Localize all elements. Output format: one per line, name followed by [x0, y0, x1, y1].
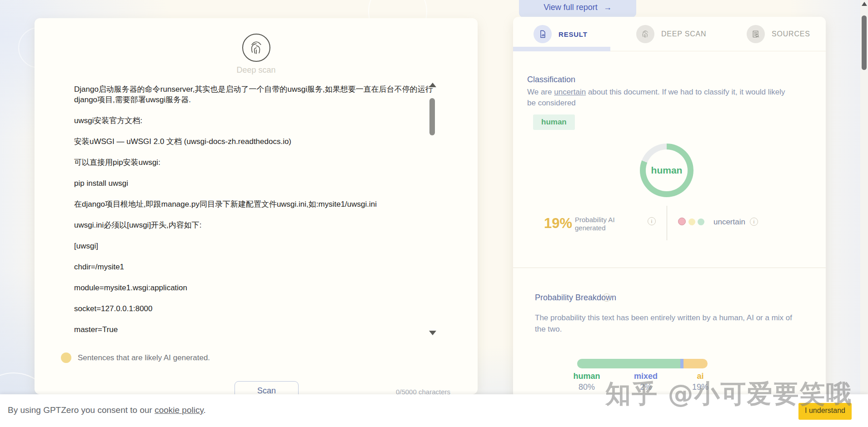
scroll-up-icon[interactable]	[862, 2, 867, 6]
confidence-dot-mixed	[688, 218, 695, 225]
document-search-icon	[747, 25, 765, 43]
classification-heading: Classification	[527, 75, 575, 84]
result-tab-bar: RESULT DEEP SCAN	[513, 17, 826, 51]
textarea-scrollbar-thumb[interactable]	[429, 98, 435, 135]
ai-sentence-legend: Sentences that are likely AI generated.	[61, 353, 210, 363]
character-counter: 0/5000 characters	[396, 388, 450, 394]
document-line: Django启动服务器的命令runserver,其实也是启动了一个自带的uwsg…	[74, 84, 438, 105]
classification-body: We are uncertain about this document. If…	[527, 87, 788, 109]
info-icon[interactable]: i	[648, 217, 656, 225]
uncertain-link: uncertain	[554, 88, 586, 96]
document-input-card: Deep scan Django启动服务器的命令runserver,其实也是启动…	[35, 18, 478, 394]
document-line: chdir=/mysite1	[74, 262, 438, 272]
view-full-report-label: View full report	[544, 3, 598, 12]
right-arrow-icon: →	[604, 3, 612, 12]
document-line: pip install uwsgi	[74, 178, 438, 189]
ai-sentence-legend-label: Sentences that are likely AI generated.	[78, 353, 210, 362]
view-full-report-button[interactable]: View full report →	[519, 0, 636, 17]
document-line: master=True	[74, 324, 438, 335]
cookie-banner-text: By using GPTZero you consent to our cook…	[8, 405, 206, 415]
donut-center-label: human	[651, 165, 683, 176]
info-icon[interactable]: i	[603, 293, 611, 302]
probability-breakdown-bar	[577, 359, 708, 368]
section-divider	[513, 268, 826, 268]
bar-segment-ai	[683, 359, 708, 368]
document-line: socket=127.0.0.1:8000	[74, 303, 438, 314]
confidence-dot-human	[698, 218, 704, 225]
scan-button[interactable]: Scan	[234, 381, 299, 394]
info-icon[interactable]: i	[750, 218, 758, 226]
cookie-accept-button[interactable]: I understand	[798, 403, 852, 420]
fingerprint-icon	[636, 25, 654, 43]
classification-badge: human	[533, 114, 575, 130]
page-scrollbar-thumb[interactable]	[862, 15, 867, 70]
document-line: uwsgi.ini必须以[uwsgi]开头,内容如下:	[74, 220, 438, 230]
document-line: 安装uWSGI — uWSGI 2.0 文档 (uwsgi-docs-zh.re…	[74, 136, 438, 147]
textarea-scroll-up-icon[interactable]	[429, 83, 436, 87]
vertical-divider	[667, 206, 667, 240]
tab-result-label: RESULT	[559, 30, 588, 38]
result-panel-card: RESULT DEEP SCAN	[513, 17, 826, 427]
cookie-policy-link[interactable]: cookie policy	[155, 405, 203, 415]
document-line: [uwsgi]	[74, 241, 438, 251]
probability-breakdown-description: The probability this text has been entir…	[535, 312, 798, 335]
tab-result[interactable]: RESULT	[534, 25, 588, 43]
textarea-scroll-down-icon[interactable]	[429, 331, 436, 335]
deep-scan-fingerprint-icon	[242, 34, 270, 62]
bar-segment-mixed	[680, 359, 683, 368]
human-probability-donut: human	[640, 144, 693, 197]
tab-sources-label: SOURCES	[772, 30, 810, 38]
bar-label-human: human 80%	[559, 372, 614, 392]
tab-deep-scan[interactable]: DEEP SCAN	[636, 25, 706, 43]
document-line: 可以直接用pip安装uwsgi:	[74, 157, 438, 168]
tab-sources[interactable]: SOURCES	[747, 25, 810, 43]
document-line: uwsgi安装官方文档:	[74, 115, 438, 126]
ai-probability-value: 19%	[544, 215, 572, 232]
bar-segment-human	[577, 359, 680, 368]
document-text[interactable]: Django启动服务器的命令runserver,其实也是启动了一个自带的uwsg…	[74, 74, 438, 345]
bar-label-ai: ai 19%	[673, 372, 728, 392]
ai-probability-caption: Probability AI generated	[575, 216, 615, 232]
document-line: module=mysite1.wsgi:application	[74, 283, 438, 293]
cookie-banner: By using GPTZero you consent to our cook…	[0, 394, 868, 427]
confidence-dot-ai	[678, 218, 686, 225]
document-chart-icon	[534, 25, 552, 43]
tab-deep-scan-label: DEEP SCAN	[661, 30, 706, 38]
active-tab-indicator	[513, 47, 610, 51]
document-line: 在django项目根地址,即跟manage.py同目录下新建配置文件uwsgi.…	[74, 199, 438, 209]
bar-label-mixed: mixed 2%	[619, 372, 673, 392]
confidence-label: uncertain	[713, 218, 745, 227]
page-scrollbar[interactable]	[860, 0, 868, 427]
ai-sentence-legend-dot-icon	[61, 353, 71, 363]
